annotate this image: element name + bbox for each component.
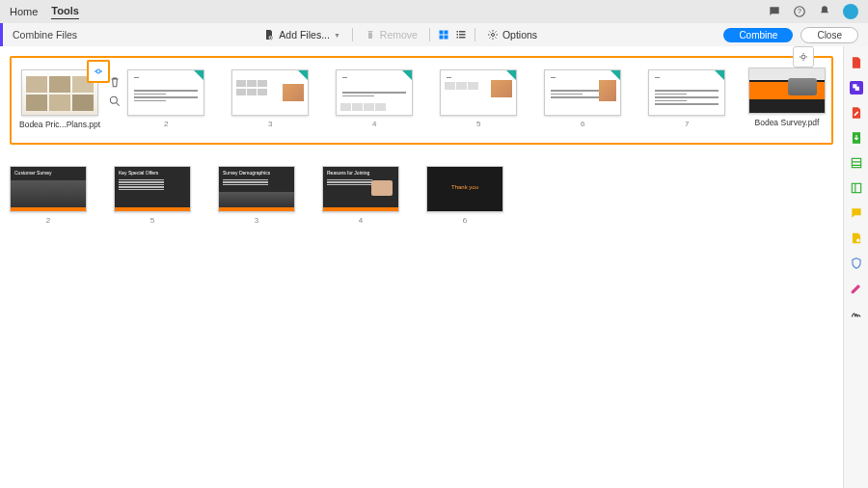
magnify-icon [108, 95, 122, 108]
list-view-icon[interactable] [455, 29, 467, 41]
svg-rect-11 [456, 37, 458, 39]
page-number: 3 [268, 120, 272, 128]
page-number: 7 [685, 120, 689, 128]
svg-rect-5 [439, 36, 443, 40]
svg-rect-10 [459, 34, 466, 36]
close-button[interactable]: Close [800, 27, 858, 43]
redact-icon[interactable] [850, 282, 863, 295]
expand-icon [798, 51, 809, 63]
page-number: 6 [463, 216, 467, 225]
chevron-down-icon: ▼ [334, 32, 340, 39]
grid-view-icon[interactable] [438, 29, 449, 41]
comment-icon[interactable] [850, 206, 863, 220]
thumb-page[interactable]: Survey Demographics 3 [218, 166, 295, 225]
svg-rect-19 [852, 158, 860, 167]
delete-button[interactable] [108, 75, 122, 89]
selected-group: Bodea Pric...Plans.ppt — [10, 56, 833, 145]
floating-expand-button[interactable] [793, 46, 814, 68]
thumb-page[interactable]: — 2 [127, 69, 204, 128]
page-number: 6 [581, 120, 584, 128]
page-number: 2 [164, 120, 168, 128]
bell-icon[interactable] [818, 5, 831, 18]
nav-tools[interactable]: Tools [51, 5, 79, 19]
expand-pages-button[interactable] [87, 60, 110, 83]
page-number: 5 [150, 216, 154, 225]
remove-button[interactable]: Remove [361, 27, 421, 42]
svg-point-13 [491, 34, 494, 37]
svg-rect-9 [456, 34, 458, 36]
combine-button[interactable]: Combine [723, 28, 793, 42]
app-top-nav: Home Tools ? [0, 0, 868, 23]
help-icon[interactable]: ? [793, 5, 806, 18]
thumb-page[interactable]: — 5 [440, 69, 517, 128]
zoom-button[interactable] [108, 95, 122, 108]
svg-rect-8 [459, 31, 466, 33]
remove-label: Remove [380, 29, 418, 41]
compress-icon[interactable] [850, 181, 863, 195]
row-2: Customer Survey 2 Key Special Offers 5 S… [10, 166, 833, 225]
thumb-page[interactable]: Key Special Offers 5 [114, 166, 191, 225]
thumb-bodea-survey[interactable]: Bodea Survey.pdf [748, 68, 826, 127]
options-button[interactable]: Options [483, 27, 541, 42]
page-number: 3 [255, 216, 258, 225]
export-pdf-icon[interactable] [850, 131, 863, 145]
thumb-page[interactable]: Thank you 6 [426, 166, 503, 225]
combine-toolbar: Combine Files Add Files... ▼ Remove Opti… [0, 23, 868, 46]
thumb-page[interactable]: — 7 [648, 69, 725, 128]
collapse-icon [93, 66, 104, 77]
avatar[interactable] [843, 4, 858, 19]
combine-icon[interactable] [850, 81, 863, 95]
svg-point-15 [96, 69, 100, 73]
thumb-label: Bodea Survey.pdf [755, 118, 820, 127]
page-number: 4 [359, 216, 363, 225]
svg-point-16 [110, 96, 117, 103]
organize-icon[interactable] [850, 156, 863, 170]
thumb-page[interactable]: Customer Survey 2 [10, 166, 87, 225]
main: Bodea Pric...Plans.ppt — [0, 46, 868, 488]
svg-rect-4 [444, 31, 448, 35]
trash-icon [365, 29, 376, 41]
add-files-button[interactable]: Add Files... ▼ [259, 27, 343, 42]
svg-rect-7 [456, 31, 458, 33]
svg-rect-12 [459, 37, 466, 39]
page-number: 5 [476, 120, 480, 128]
gear-icon [487, 29, 499, 41]
thumbnail-canvas: Bodea Pric...Plans.ppt — [0, 46, 843, 488]
svg-rect-6 [444, 36, 448, 40]
thumb-page[interactable]: 3 [231, 69, 309, 128]
edit-pdf-icon[interactable] [850, 106, 863, 120]
svg-point-14 [801, 55, 805, 59]
svg-rect-3 [439, 31, 443, 35]
svg-rect-18 [854, 87, 858, 91]
page-number: 2 [46, 216, 50, 225]
add-file-icon [263, 29, 275, 41]
thumb-bodea-pricing[interactable]: Bodea Pric...Plans.ppt [19, 69, 100, 129]
options-label: Options [502, 29, 537, 41]
right-rail [843, 46, 868, 488]
thumb-page[interactable]: — 6 [544, 69, 621, 128]
protect-icon[interactable] [850, 257, 863, 270]
thumb-page[interactable]: Reasons for Joining 4 [322, 166, 399, 225]
sign-icon[interactable] [850, 307, 863, 320]
add-files-label: Add Files... [279, 29, 330, 41]
svg-text:?: ? [798, 8, 801, 14]
trash-icon [108, 75, 122, 89]
page-number: 4 [372, 120, 376, 128]
svg-rect-20 [852, 183, 860, 192]
svg-point-21 [856, 239, 860, 243]
chat-icon[interactable] [768, 5, 781, 18]
thumb-label: Bodea Pric...Plans.ppt [19, 120, 100, 129]
toolbar-title: Combine Files [13, 29, 77, 41]
nav-home[interactable]: Home [10, 6, 38, 17]
share-icon[interactable] [850, 231, 863, 245]
thumb-page[interactable]: — 4 [336, 69, 413, 128]
create-pdf-icon[interactable] [850, 56, 863, 69]
